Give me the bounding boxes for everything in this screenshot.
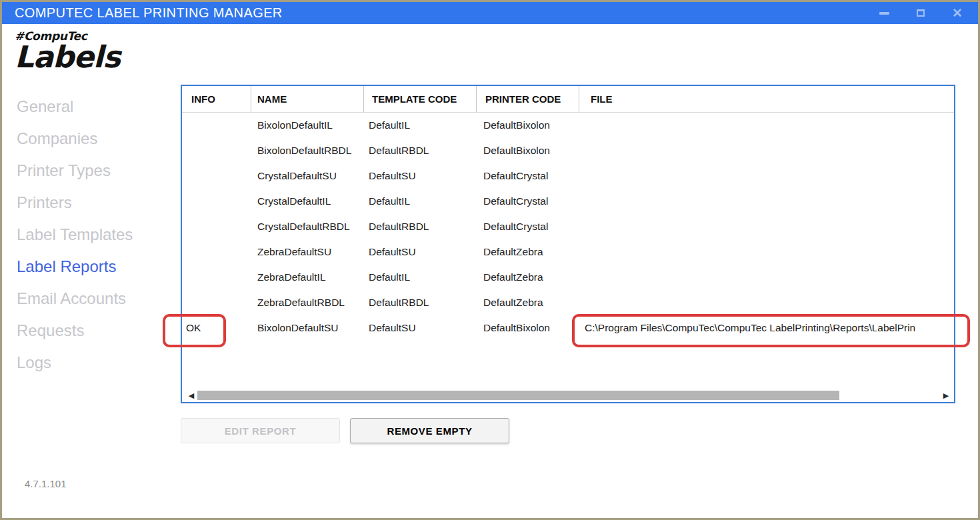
logo-product-text: Labels (15, 41, 120, 73)
table-row[interactable]: CrystalDefaultIL DefaultIL DefaultCrysta… (182, 189, 954, 214)
cell-name: CrystalDefaultRBDL (251, 221, 364, 233)
cell-name: BixolonDefaultIL (251, 119, 364, 131)
cell-name: ZebraDefaultRBDL (251, 297, 364, 309)
sidebar-item-printers[interactable]: Printers (17, 187, 133, 219)
cell-template-code: DefaultRBDL (364, 297, 477, 309)
cell-template-code: DefaultRBDL (364, 221, 477, 233)
sidebar-item-printer-types[interactable]: Printer Types (17, 155, 133, 187)
cell-template-code: DefaultSU (364, 322, 477, 334)
table-row[interactable]: CrystalDefaultSU DefaultSU DefaultCrysta… (182, 163, 954, 189)
cell-file-path: C:\Program Files\CompuTec\CompuTec Label… (579, 322, 954, 334)
label-reports-table: INFO NAME TEMPLATE CODE PRINTER CODE FIL… (181, 85, 955, 403)
cell-template-code: DefaultSU (364, 246, 477, 258)
cell-printer-code: DefaultCrystal (477, 195, 579, 207)
edit-report-button[interactable]: EDIT REPORT (181, 418, 340, 443)
cell-template-code: DefaultIL (364, 271, 477, 283)
column-header-name[interactable]: NAME (251, 86, 364, 112)
titlebar: COMPUTEC LABEL PRINTING MANAGER ✕ (2, 2, 978, 24)
cell-name: BixolonDefaultSU (251, 322, 364, 334)
sidebar-item-email-accounts[interactable]: Email Accounts (17, 283, 133, 315)
cell-template-code: DefaultSU (364, 170, 477, 182)
cell-name: CrystalDefaultSU (251, 170, 364, 182)
remove-empty-button[interactable]: REMOVE EMPTY (350, 418, 509, 443)
sidebar-item-label-reports[interactable]: Label Reports (17, 251, 133, 283)
app-window: COMPUTEC LABEL PRINTING MANAGER ✕ #Compu… (0, 0, 980, 520)
cell-name: ZebraDefaultSU (251, 246, 364, 258)
cell-name: BixolonDefaultRBDL (251, 145, 364, 157)
cell-printer-code: DefaultBixolon (477, 119, 579, 131)
cell-printer-code: DefaultBixolon (477, 322, 579, 334)
scroll-left-arrow-icon[interactable]: ◀ (187, 391, 196, 400)
close-button[interactable]: ✕ (951, 7, 963, 19)
table-header-row: INFO NAME TEMPLATE CODE PRINTER CODE FIL… (182, 86, 954, 113)
cell-name: CrystalDefaultIL (251, 195, 364, 207)
sidebar-item-general[interactable]: General (17, 91, 133, 123)
scroll-right-arrow-icon[interactable]: ▶ (941, 391, 951, 400)
cell-printer-code: DefaultZebra (477, 246, 579, 258)
cell-info-ok: OK (182, 322, 251, 334)
table-row[interactable]: BixolonDefaultIL DefaultIL DefaultBixolo… (182, 113, 954, 138)
cell-template-code: DefaultRBDL (364, 145, 477, 157)
sidebar-item-logs[interactable]: Logs (17, 347, 133, 379)
window-controls: ✕ (878, 7, 969, 19)
column-header-file[interactable]: FILE (579, 86, 954, 112)
window-title: COMPUTEC LABEL PRINTING MANAGER (15, 5, 283, 21)
cell-printer-code: DefaultCrystal (477, 170, 579, 182)
cell-template-code: DefaultIL (364, 195, 477, 207)
sidebar-nav: General Companies Printer Types Printers… (17, 91, 133, 379)
cell-printer-code: DefaultBixolon (477, 145, 579, 157)
cell-printer-code: DefaultZebra (477, 271, 579, 283)
table-row[interactable]: ZebraDefaultIL DefaultIL DefaultZebra (182, 265, 954, 290)
maximize-button[interactable] (915, 7, 927, 19)
cell-printer-code: DefaultZebra (477, 297, 579, 309)
minimize-icon (879, 12, 889, 15)
app-version: 4.7.1.101 (25, 478, 67, 489)
column-header-template-code[interactable]: TEMPLATE CODE (364, 86, 477, 112)
app-logo: #CompuTec Labels (15, 29, 120, 73)
table-row[interactable]: ZebraDefaultRBDL DefaultRBDL DefaultZebr… (182, 290, 954, 315)
scrollbar-thumb[interactable] (197, 391, 839, 400)
table-row[interactable]: BixolonDefaultRBDL DefaultRBDL DefaultBi… (182, 138, 954, 163)
table-row[interactable]: CrystalDefaultRBDL DefaultRBDL DefaultCr… (182, 214, 954, 239)
column-header-printer-code[interactable]: PRINTER CODE (477, 86, 579, 112)
table-row[interactable]: ZebraDefaultSU DefaultSU DefaultZebra (182, 239, 954, 265)
horizontal-scrollbar[interactable]: ◀ ▶ (183, 390, 953, 401)
maximize-icon (917, 9, 925, 17)
sidebar-item-companies[interactable]: Companies (17, 123, 133, 155)
sidebar-item-label-templates[interactable]: Label Templates (17, 219, 133, 251)
cell-template-code: DefaultIL (364, 119, 477, 131)
column-header-info[interactable]: INFO (182, 86, 251, 112)
cell-name: ZebraDefaultIL (251, 271, 364, 283)
cell-printer-code: DefaultCrystal (477, 221, 579, 233)
close-icon: ✕ (952, 7, 963, 19)
table-row-bixolon-default-su[interactable]: OK BixolonDefaultSU DefaultSU DefaultBix… (182, 315, 954, 341)
sidebar-item-requests[interactable]: Requests (17, 315, 133, 347)
minimize-button[interactable] (878, 7, 890, 19)
